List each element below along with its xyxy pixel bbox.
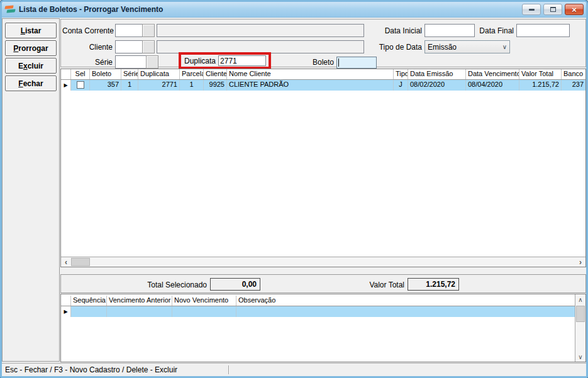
col-parcela[interactable]: Parcela xyxy=(180,69,204,79)
vertical-scrollbar[interactable]: ∧ ∨ xyxy=(575,294,585,362)
cliente-cell: 9925 xyxy=(204,80,227,91)
col-nome-cliente[interactable]: Nome Cliente xyxy=(227,69,394,79)
maximize-icon xyxy=(550,7,556,12)
serie-input[interactable] xyxy=(115,55,146,69)
conta-corrente-desc-field xyxy=(157,24,364,37)
col-data-vencimento[interactable]: Data Vencimento xyxy=(466,69,519,79)
col-sel[interactable]: Sel xyxy=(71,69,90,79)
boletos-grid-header: Sel Boleto Série Duplicata Parcela Clien… xyxy=(61,69,585,80)
scroll-up-icon[interactable]: ∧ xyxy=(575,294,585,304)
table-row[interactable]: ▶ 357 1 2771 1 9925 CLIENTE PADRÃO J 08/… xyxy=(61,80,585,91)
prorrogacoes-grid: Sequência Vencimento Anterior Novo Venci… xyxy=(60,294,586,362)
conta-corrente-label: Conta Corrente xyxy=(62,26,113,35)
row-indicator-header xyxy=(61,296,71,306)
col-vencimento-anterior[interactable]: Vencimento Anterior xyxy=(107,296,172,306)
boleto-label: Boleto xyxy=(290,58,334,67)
close-icon: × xyxy=(572,6,577,14)
data-final-input[interactable] xyxy=(516,24,570,37)
vencimento-anterior-cell xyxy=(107,306,172,317)
status-text: Esc - Fechar / F3 - Novo Cadastro / Dele… xyxy=(5,365,177,374)
col-data-emissao[interactable]: Data Emissão xyxy=(408,69,466,79)
valor-total-value: 1.215,72 xyxy=(408,278,459,291)
banco-cell: 237 xyxy=(562,80,585,91)
data-inicial-label: Data Inicial xyxy=(365,26,422,35)
scroll-left-icon[interactable]: ‹ xyxy=(61,257,71,267)
col-banco[interactable]: Banco xyxy=(562,69,585,79)
horizontal-scroll-thumb[interactable] xyxy=(71,258,90,266)
boleto-cell: 357 xyxy=(90,80,121,91)
col-duplicata[interactable]: Duplicata xyxy=(138,69,180,79)
tipo-cell: J xyxy=(394,80,408,91)
fechar-button[interactable]: Fechar xyxy=(5,75,57,91)
sel-checkbox[interactable] xyxy=(77,81,84,89)
excluir-button[interactable]: Excluir xyxy=(5,58,57,74)
row-indicator-icon: ▶ xyxy=(61,306,71,317)
observacao-cell xyxy=(236,306,575,317)
window-controls: × xyxy=(522,4,584,15)
duplicata-highlight-box: Duplicata xyxy=(179,52,271,69)
sequencia-cell xyxy=(71,306,107,317)
cliente-desc-field xyxy=(157,40,364,53)
col-novo-vencimento[interactable]: Novo Vencimento xyxy=(172,296,236,306)
conta-corrente-lookup-button[interactable] xyxy=(142,24,155,37)
conta-corrente-input[interactable] xyxy=(115,24,142,37)
serie-label: Série xyxy=(62,58,113,67)
chevron-down-icon: ∨ xyxy=(502,43,507,50)
novo-vencimento-cell xyxy=(172,306,236,317)
minimize-button[interactable] xyxy=(522,4,541,15)
tipo-de-data-value: Emissão xyxy=(428,43,457,52)
cliente-lookup xyxy=(115,40,155,53)
col-boleto[interactable]: Boleto xyxy=(90,69,121,79)
data-final-label: Data Final xyxy=(470,26,514,35)
row-indicator-header xyxy=(61,69,71,79)
duplicata-input[interactable] xyxy=(218,55,266,66)
serie-lookup xyxy=(115,55,158,69)
maximize-button[interactable] xyxy=(543,4,562,15)
valor-total-cell: 1.215,72 xyxy=(519,80,562,91)
cliente-label: Cliente xyxy=(62,43,113,52)
parcela-cell: 1 xyxy=(180,80,204,91)
conta-corrente-lookup xyxy=(115,24,155,37)
serie-cell: 1 xyxy=(121,80,138,91)
vertical-scroll-thumb[interactable] xyxy=(576,306,585,322)
title-bar[interactable]: Lista de Boletos - Prorrogar Vencimento … xyxy=(2,2,586,18)
data-vencimento-cell: 08/04/2020 xyxy=(466,80,519,91)
col-serie[interactable]: Série xyxy=(121,69,138,79)
nome-cliente-cell: CLIENTE PADRÃO xyxy=(227,80,394,91)
serie-lookup-button[interactable] xyxy=(146,55,158,69)
scroll-down-icon[interactable]: ∨ xyxy=(575,352,585,362)
app-logo-icon xyxy=(5,5,15,14)
prorrogacoes-grid-header: Sequência Vencimento Anterior Novo Venci… xyxy=(61,296,575,306)
status-divider xyxy=(228,365,229,374)
col-tipo[interactable]: Tipo xyxy=(394,69,408,79)
totals-panel: Total Selecionado 0,00 Valor Total 1.215… xyxy=(60,274,586,293)
close-button[interactable]: × xyxy=(565,4,584,15)
data-inicial-input[interactable] xyxy=(424,24,475,37)
scroll-right-icon[interactable]: › xyxy=(575,257,585,267)
listar-button[interactable]: Listar xyxy=(5,23,57,38)
text-caret xyxy=(338,58,339,67)
tipo-de-data-select[interactable]: Emissão ∨ xyxy=(424,40,510,53)
col-sequencia[interactable]: Sequência xyxy=(71,296,107,306)
horizontal-scrollbar[interactable]: ‹ › xyxy=(61,257,585,267)
minimize-icon xyxy=(529,9,535,11)
window-title: Lista de Boletos - Prorrogar Vencimento xyxy=(19,5,163,14)
app-window: Lista de Boletos - Prorrogar Vencimento … xyxy=(0,0,588,378)
col-cliente[interactable]: Cliente xyxy=(204,69,227,79)
col-observacao[interactable]: Observação xyxy=(236,296,575,306)
col-valor-total[interactable]: Valor Total xyxy=(519,69,562,79)
cliente-input[interactable] xyxy=(115,40,142,53)
boleto-input[interactable] xyxy=(336,57,377,69)
cliente-lookup-button[interactable] xyxy=(142,40,155,53)
table-row-empty[interactable]: ▶ xyxy=(61,306,575,317)
data-emissao-cell: 08/02/2020 xyxy=(408,80,466,91)
status-bar: Esc - Fechar / F3 - Novo Cadastro / Dele… xyxy=(2,363,586,376)
duplicata-label: Duplicata xyxy=(184,57,216,65)
boletos-grid: Sel Boleto Série Duplicata Parcela Clien… xyxy=(60,69,586,267)
filter-panel: Conta Corrente Cliente Série Duplicata B… xyxy=(60,19,586,67)
valor-total-label: Valor Total xyxy=(360,281,404,289)
prorrogar-button[interactable]: Prorrogar xyxy=(5,40,57,56)
row-indicator-icon: ▶ xyxy=(61,80,71,91)
sidebar: Listar Prorrogar Excluir Fechar xyxy=(2,18,60,362)
total-selecionado-label: Total Selecionado xyxy=(131,281,207,289)
